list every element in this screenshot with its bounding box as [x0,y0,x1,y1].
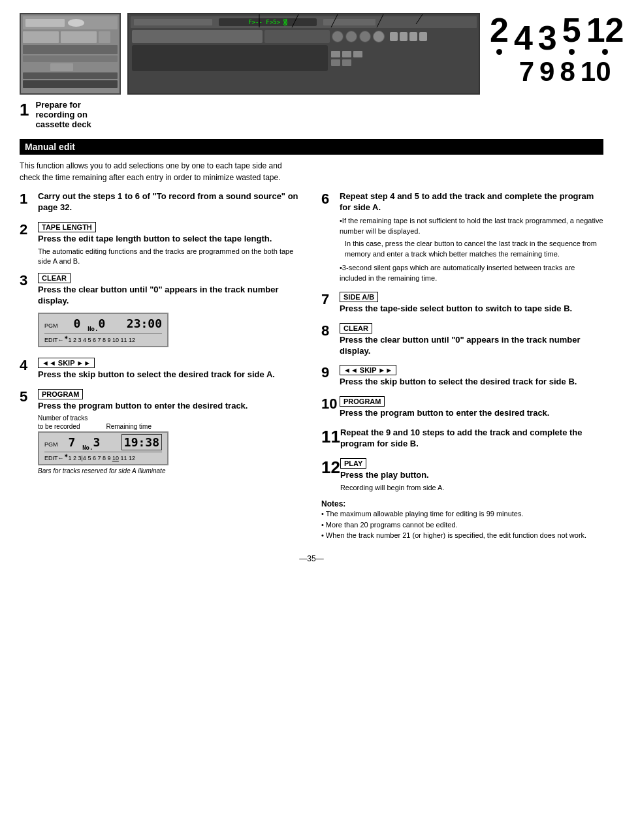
step-3-content: CLEAR Press the clear button until "0" a… [38,273,302,350]
step-6-bullets: •If the remaining tape is not sufficient… [340,215,603,284]
to-be-recorded-label: to be recorded [38,423,80,430]
clear-label-1: CLEAR [38,273,71,283]
step-10-content: PROGRAM Press the program button to ente… [340,396,603,421]
step1-text: Prepare for [35,100,91,110]
side-ab-label: SIDE A/B [340,292,378,302]
step-number-7: 7 [321,292,340,307]
step-6-bullet-1: •If the remaining tape is not sufficient… [340,215,603,237]
note-2: More than 20 programs cannot be edited. [321,520,603,531]
note-1: The maximum allowable playing time for e… [321,508,603,520]
step-7-content: SIDE A/B Press the tape-side select butt… [340,292,603,317]
clear-label-2: CLEAR [340,323,372,334]
step-10-main: Press the program button to enter the de… [340,408,603,419]
step-6-main: Repeat step 4 and 5 to add the track and… [340,191,603,213]
number-10: 10 [581,58,623,86]
right-step-6: 6 Repeat step 4 and 5 to add the track a… [321,191,603,284]
device-image-left [20,13,121,95]
step-5-main: Press the program button to enter the de… [38,401,302,412]
number-12: 12 [586,13,623,55]
step-4-content: ◄◄ SKIP ►► Press the skip button to sele… [38,358,302,382]
step-number-1: 1 [20,191,38,207]
remaining-time-label: Remaining time [106,423,152,430]
notes-title: Notes: [321,499,603,508]
device-image-right: F>-- F>5> ▒ [127,13,480,95]
top-section: F>-- F>5> ▒ [20,13,603,129]
svg-line-2 [331,14,338,27]
note-3: When the track number 21 (or higher) is … [321,530,603,541]
display-box-2: PGM 7 No.3 19:38 EDIT←✷1 2 3|4 5 6 7 8 9… [38,431,168,466]
step-number-4: 4 [20,358,38,373]
step-2-sub: The automatic editing functions and the … [38,247,302,267]
step-3-main: Press the clear button until "0" appears… [38,285,302,307]
step-number-12: 12 [321,458,340,477]
left-step-3: 3 CLEAR Press the clear button until "0"… [20,273,302,350]
step-6-bullet-2: •3-second silent gaps which are automati… [340,262,603,284]
number-7: 7 [519,58,534,86]
svg-line-4 [416,14,423,24]
step-1-content: Carry out the steps 1 to 6 of "To record… [38,191,302,215]
step-8-content: CLEAR Press the clear button until "0" a… [340,323,603,359]
manual-edit-section: Manual edit This function allows you to … [20,139,603,541]
step1-text2: recording on [35,110,91,119]
step1-number: 1 [20,100,29,120]
left-step-1: 1 Carry out the steps 1 to 6 of "To reco… [20,191,302,215]
manual-edit-header: Manual edit [20,139,603,155]
number-9: 9 [539,58,554,86]
right-step-10: 10 PROGRAM Press the program button to e… [321,396,603,421]
right-step-12: 12 PLAY Press the play button. Recording… [321,458,603,493]
step-9-content: ◄◄ SKIP ►► Press the skip button to sele… [340,365,603,390]
right-step-11: 11 Repeat the 9 and 10 steps to add the … [321,428,603,452]
step1-area: 1 Prepare for recording on cassette deck [20,100,480,129]
display-area-2: Number of tracks to be recorded Remainin… [38,414,302,475]
left-step-2: 2 TAPE LENGTH Press the edit tape length… [20,222,302,267]
left-step-5: 5 PROGRAM Press the program button to en… [20,389,302,477]
page-number: —35— [20,554,603,563]
right-step-8: 8 CLEAR Press the clear button until "0"… [321,323,603,359]
intro-text: This function allows you to add selectio… [20,160,294,183]
notes-section: Notes: The maximum allowable playing tim… [321,499,603,541]
step-11-content: Repeat the 9 and 10 steps to add the tra… [340,428,603,452]
step-2-main: Press the edit tape length button to sel… [38,234,302,245]
right-step-7: 7 SIDE A/B Press the tape-side select bu… [321,292,603,317]
step-9-main: Press the skip button to select the desi… [340,377,603,388]
number-5: 5 [562,13,581,55]
step-6-content: Repeat step 4 and 5 to add the track and… [340,191,603,284]
step-number-3: 3 [20,273,38,288]
step-1-text: Carry out the steps 1 to 6 of "To record… [38,191,302,213]
step-6-bullet-1b: In this case, press the clear button to … [345,238,603,260]
number-8: 8 [560,58,575,86]
two-column-layout: 1 Carry out the steps 1 to 6 of "To reco… [20,191,603,541]
num-tracks-label: Number of tracks [38,414,88,422]
program-label-1: PROGRAM [38,389,83,399]
number-3: 3 [538,21,557,55]
svg-line-1 [292,14,298,27]
tape-length-label: TAPE LENGTH [38,222,96,232]
step-5-content: PROGRAM Press the program button to ente… [38,389,302,477]
step-2-content: TAPE LENGTH Press the edit tape length b… [38,222,302,267]
numbers-section: 2 4 3 5 12 7 9 [490,13,623,86]
skip-label-2: ◄◄ SKIP ►► [340,365,396,375]
right-step-9: 9 ◄◄ SKIP ►► Press the skip button to se… [321,365,603,390]
bars-label: Bars for tracks reserved for side A illu… [38,467,302,474]
step-4-main: Press the skip button to select the desi… [38,369,302,381]
notes-list: The maximum allowable playing time for e… [321,508,603,541]
left-step-4: 4 ◄◄ SKIP ►► Press the skip button to se… [20,358,302,382]
step-number-2: 2 [20,222,38,238]
step-number-8: 8 [321,323,340,339]
svg-line-3 [377,14,383,27]
number-4: 4 [514,21,533,55]
step-12-main: Press the play button. [340,470,603,481]
skip-label-1: ◄◄ SKIP ►► [38,358,95,368]
step-number-9: 9 [321,365,340,381]
number-2: 2 [490,13,509,55]
step-12-content: PLAY Press the play button. Recording wi… [340,458,603,493]
step-number-11: 11 [321,428,340,446]
step-number-10: 10 [321,396,340,412]
left-column: 1 Carry out the steps 1 to 6 of "To reco… [20,191,302,541]
step-7-main: Press the tape-side select button to swi… [340,303,603,315]
display-box-1: PGM 0 No.0 23:00 EDIT←✷1 2 3 4 5 6 7 8 9… [38,313,168,347]
right-column: 6 Repeat step 4 and 5 to add the track a… [321,191,603,541]
step-11-main: Repeat the 9 and 10 steps to add the tra… [340,428,603,450]
play-label: PLAY [340,458,366,469]
program-label-2: PROGRAM [340,396,385,407]
